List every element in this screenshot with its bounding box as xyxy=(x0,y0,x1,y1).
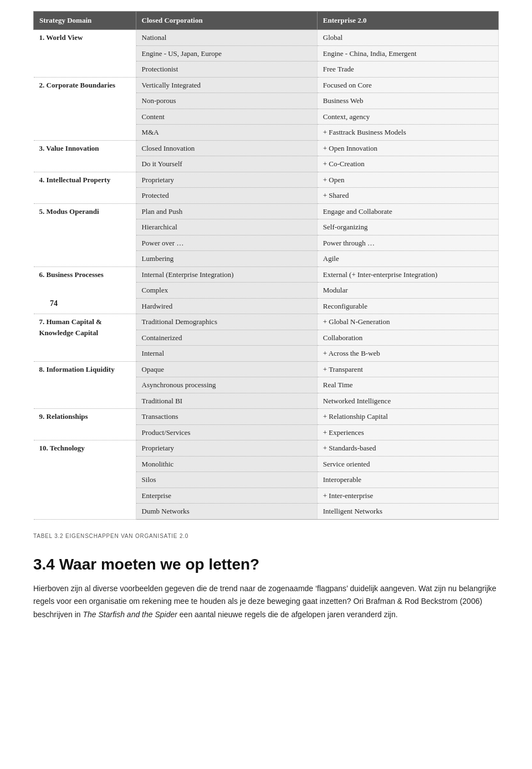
closed-corp-cell: Internal xyxy=(136,346,317,362)
enterprise-cell: Agile xyxy=(317,251,498,267)
table-row: 4. Intellectual PropertyProprietary+ Ope… xyxy=(34,172,499,188)
closed-corp-cell: Internal (Enterprise Integration) xyxy=(136,266,317,283)
section-heading: 3.4 Waar moeten we op letten? xyxy=(33,556,499,573)
closed-corp-cell: Monolithic xyxy=(136,456,317,472)
enterprise-cell: Networked Intelligence xyxy=(317,393,498,409)
closed-corp-cell: Opaque xyxy=(136,361,317,377)
enterprise-cell: Intelligent Networks xyxy=(317,504,498,520)
enterprise-cell: + Open Innovation xyxy=(317,140,498,156)
strategy-domain-cell: 10. Technology xyxy=(34,440,136,520)
strategy-domain-cell: 4. Intellectual Property xyxy=(34,172,136,203)
strategy-domain-cell: 6. Business Processes xyxy=(34,266,136,314)
enterprise-cell: + Co-Creation xyxy=(317,156,498,172)
closed-corp-cell: Do it Yourself xyxy=(136,156,317,172)
closed-corp-cell: Traditional BI xyxy=(136,393,317,409)
closed-corp-cell: Enterprise xyxy=(136,488,317,504)
closed-corp-cell: Content xyxy=(136,109,317,125)
strategy-domain-cell: 1. World View xyxy=(34,30,136,78)
enterprise-cell: + Open xyxy=(317,172,498,188)
closed-corp-cell: Silos xyxy=(136,472,317,488)
enterprise-cell: Self-organizing xyxy=(317,219,498,235)
closed-corp-cell: Proprietary xyxy=(136,172,317,188)
strategy-domain-cell: 3. Value Innovation xyxy=(34,140,136,172)
enterprise-cell: Service oriented xyxy=(317,456,498,472)
table-row: 1. World ViewNationalGlobal xyxy=(34,30,499,46)
enterprise-cell: + Transparent xyxy=(317,361,498,377)
closed-corp-cell: Lumbering xyxy=(136,251,317,267)
closed-corp-cell: Non-porous xyxy=(136,93,317,109)
closed-corp-cell: Vertically Integrated xyxy=(136,77,317,93)
comparison-table: Strategy Domain Closed Corporation Enter… xyxy=(33,11,499,520)
strategy-domain-cell: 2. Corporate Boundaries xyxy=(34,77,136,140)
table-row: 6. Business ProcessesInternal (Enterpris… xyxy=(34,266,499,283)
closed-corp-cell: Closed Innovation xyxy=(136,140,317,156)
enterprise-cell: + Experiences xyxy=(317,424,498,440)
closed-corp-cell: Complex xyxy=(136,283,317,299)
closed-corp-cell: Dumb Networks xyxy=(136,504,317,520)
body-text-end: een aantal nieuwe regels die de afgelope… xyxy=(177,610,398,619)
closed-corp-cell: Containerized xyxy=(136,330,317,346)
closed-corp-cell: M&A xyxy=(136,125,317,141)
page-wrapper: 74 Strategy Domain Closed Corporation En… xyxy=(33,11,499,622)
closed-corp-cell: Hierarchical xyxy=(136,219,317,235)
closed-corp-cell: Proprietary xyxy=(136,440,317,457)
enterprise-cell: External (+ Inter-enterprise Integration… xyxy=(317,266,498,283)
enterprise-cell: + Global N-Generation xyxy=(317,314,498,330)
table-row: 2. Corporate BoundariesVertically Integr… xyxy=(34,77,499,93)
closed-corp-cell: Power over … xyxy=(136,235,317,251)
enterprise-cell: Global xyxy=(317,30,498,46)
closed-corp-cell: Protectionist xyxy=(136,61,317,78)
enterprise-cell: Modular xyxy=(317,283,498,299)
closed-corp-cell: Plan and Push xyxy=(136,203,317,219)
table-row: 10. TechnologyProprietary+ Standards-bas… xyxy=(34,440,499,457)
table-caption: TABEL 3.2 EIGENSCHAPPEN VAN ORGANISATIE … xyxy=(33,533,499,539)
table-row: 5. Modus OperandiPlan and PushEngage and… xyxy=(34,203,499,219)
closed-corp-cell: Protected xyxy=(136,188,317,204)
table-row: 9. RelationshipsTransactions+ Relationsh… xyxy=(34,409,499,425)
strategy-domain-cell: 7. Human Capital & Knowledge Capital xyxy=(34,314,136,362)
enterprise-cell: Collaboration xyxy=(317,330,498,346)
body-paragraph: Hierboven zijn al diverse voorbeelden ge… xyxy=(33,582,499,622)
closed-corp-cell: National xyxy=(136,30,317,46)
closed-corp-cell: Asynchronous processing xyxy=(136,377,317,393)
table-row: 7. Human Capital & Knowledge CapitalTrad… xyxy=(34,314,499,330)
enterprise-cell: Business Web xyxy=(317,93,498,109)
enterprise-cell: Focused on Core xyxy=(317,77,498,93)
enterprise-cell: Real Time xyxy=(317,377,498,393)
enterprise-cell: Engage and Collaborate xyxy=(317,203,498,219)
closed-corp-cell: Engine - US, Japan, Europe xyxy=(136,45,317,61)
enterprise-cell: + Fasttrack Business Models xyxy=(317,125,498,141)
col-header-enterprise: Enterprise 2.0 xyxy=(317,12,498,30)
enterprise-cell: Free Trade xyxy=(317,61,498,78)
closed-corp-cell: Transactions xyxy=(136,409,317,425)
closed-corp-cell: Traditional Demographics xyxy=(136,314,317,330)
col-header-strategy: Strategy Domain xyxy=(34,12,136,30)
table-row: 8. Information LiquidityOpaque+ Transpar… xyxy=(34,361,499,377)
closed-corp-cell: Hardwired xyxy=(136,298,317,314)
strategy-domain-cell: 8. Information Liquidity xyxy=(34,361,136,409)
body-text-italic: The Starfish and the Spider xyxy=(83,610,177,619)
strategy-domain-cell: 5. Modus Operandi xyxy=(34,203,136,266)
closed-corp-cell: Product/Services xyxy=(136,424,317,440)
page-number: 74 xyxy=(50,299,58,308)
enterprise-cell: Context, agency xyxy=(317,109,498,125)
enterprise-cell: + Shared xyxy=(317,188,498,204)
enterprise-cell: Power through … xyxy=(317,235,498,251)
strategy-domain-cell: 9. Relationships xyxy=(34,409,136,440)
enterprise-cell: + Inter-enterprise xyxy=(317,488,498,504)
enterprise-cell: Engine - China, India, Emergent xyxy=(317,45,498,61)
enterprise-cell: Interoperable xyxy=(317,472,498,488)
enterprise-cell: Reconfigurable xyxy=(317,298,498,314)
enterprise-cell: + Across the B-web xyxy=(317,346,498,362)
enterprise-cell: + Standards-based xyxy=(317,440,498,457)
col-header-closed: Closed Corporation xyxy=(136,12,317,30)
enterprise-cell: + Relationship Capital xyxy=(317,409,498,425)
table-row: 3. Value InnovationClosed Innovation+ Op… xyxy=(34,140,499,156)
